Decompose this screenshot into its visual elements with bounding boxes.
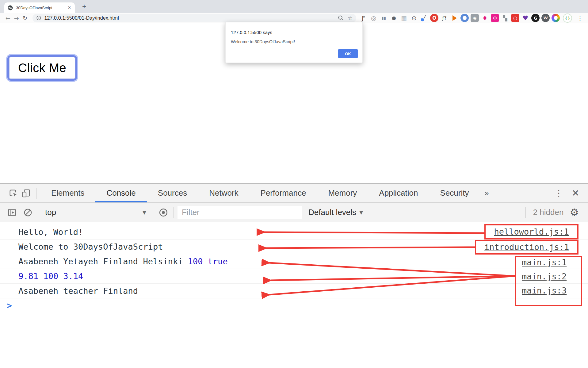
tab-sources[interactable]: Sources — [147, 184, 198, 202]
devtools-close-icon[interactable]: ✕ — [568, 188, 583, 198]
console-prompt-chevron-icon: > — [7, 301, 12, 311]
alert-title: 127.0.0.1:5500 says — [231, 30, 357, 35]
tab-title: 30DaysOfJavaScript — [16, 6, 67, 10]
log-levels-value: Default levels — [308, 208, 356, 217]
target-extension-icon[interactable]: ◎ — [369, 14, 378, 22]
click-me-button-face: Click Me — [9, 57, 75, 79]
divider — [174, 207, 174, 218]
divider — [525, 207, 526, 218]
click-me-label: Click Me — [18, 61, 66, 75]
forward-button[interactable]: → — [12, 15, 21, 21]
console-message-text: Asabeneh Yetayeh Finland Helsinki — [18, 257, 188, 266]
heart-search-extension-icon[interactable]: ♥ — [521, 14, 529, 22]
eyedropper-extension-icon[interactable]: ╱ — [420, 14, 428, 22]
context-selector-value: top — [45, 208, 56, 217]
site-favicon-icon — [7, 5, 13, 11]
profile-avatar[interactable]: { } — [563, 13, 572, 23]
hidden-messages-badge: 2 hidden — [533, 208, 564, 217]
megaphone-extension-icon[interactable] — [450, 14, 459, 22]
more-tabs-icon[interactable]: » — [480, 189, 493, 198]
braces-circle-extension-icon[interactable]: ⊙ — [410, 14, 418, 22]
grid-extension-icon[interactable]: ▦ — [400, 14, 408, 22]
click-me-button[interactable]: Click Me — [6, 54, 78, 82]
divider — [153, 207, 153, 218]
console-toolbar: top ▼ Default levels ▼ 2 hidden ⚙ — [0, 203, 588, 222]
extension-icons-row: Ƒ◎▮▮●▦⊙╱Oƒ?◉♦⚙▚○♥GW — [359, 14, 560, 22]
console-settings-gear-icon[interactable]: ⚙ — [570, 206, 579, 218]
console-source-link[interactable]: helloworld.js:1 — [485, 227, 578, 237]
devtools-tab-bar: Elements Console Sources Network Perform… — [0, 184, 588, 203]
tab-network[interactable]: Network — [198, 184, 249, 202]
page-info-icon[interactable] — [36, 15, 41, 21]
tab-memory[interactable]: Memory — [317, 184, 368, 202]
pink-gear-extension-icon[interactable]: ⚙ — [491, 14, 499, 22]
address-bar[interactable]: 127.0.0.1:5500/01-Day/index.html ☆ — [32, 14, 357, 22]
device-toolbar-icon[interactable] — [20, 189, 32, 198]
tab-close-icon[interactable]: × — [67, 5, 72, 10]
browser-toolbar: ← → ↻ 127.0.0.1:5500/01-Day/index.html ☆… — [0, 13, 588, 23]
browser-tab-strip: 30DaysOfJavaScript × + — [0, 0, 588, 13]
browser-tab[interactable]: 30DaysOfJavaScript × — [4, 2, 75, 13]
console-sidebar-icon[interactable] — [6, 208, 18, 217]
console-prompt[interactable]: > — [0, 298, 588, 313]
new-tab-button[interactable]: + — [80, 2, 89, 11]
browser-menu-icon[interactable]: ⋮ — [576, 14, 584, 22]
context-selector[interactable]: top ▼ — [42, 208, 149, 217]
console-source-link[interactable]: main.js:3 — [522, 286, 567, 296]
blue-ring-extension-icon[interactable] — [460, 14, 469, 22]
back-button[interactable]: ← — [4, 15, 12, 21]
clear-console-icon[interactable] — [21, 208, 34, 217]
alert-dialog: 127.0.0.1:5500 says Welcome to 30DaysOfJ… — [225, 22, 363, 63]
camera-extension-icon[interactable]: ◉ — [471, 14, 479, 22]
red-circle-o-extension-icon[interactable]: O — [430, 14, 438, 22]
divider — [36, 188, 36, 199]
alert-ok-button[interactable]: OK — [338, 49, 358, 58]
console-message-row: 9.81 100 3.14 — [0, 269, 588, 284]
console-message-text: Asabeneh teacher Finland — [18, 286, 138, 296]
console-message-row: Asabeneh teacher Finland — [0, 284, 588, 298]
console-source-link[interactable]: main.js:2 — [522, 272, 567, 282]
console-message-row: Asabeneh Yetayeh Finland Helsinki 100 tr… — [0, 254, 588, 269]
console-message-value: 100 true — [188, 257, 228, 266]
tab-application[interactable]: Application — [368, 184, 429, 202]
console-source-link[interactable]: main.js:1 — [522, 258, 567, 267]
inspect-element-icon[interactable] — [7, 189, 20, 198]
console-filter-input[interactable] — [178, 206, 302, 219]
divider — [38, 207, 38, 218]
devtools-panel: Elements Console Sources Network Perform… — [0, 183, 588, 368]
tab-elements[interactable]: Elements — [40, 184, 95, 202]
font-script-extension-icon[interactable]: Ƒ — [359, 14, 368, 22]
devtools-menu-icon[interactable]: ⋮ — [550, 188, 568, 198]
bug-extension-icon[interactable]: ● — [390, 14, 398, 22]
w-circle-extension-icon[interactable]: W — [541, 14, 550, 22]
chevron-down-icon: ▼ — [143, 209, 146, 215]
pink-star-extension-icon[interactable]: ♦ — [481, 14, 489, 22]
tab-console[interactable]: Console — [95, 184, 147, 202]
chevron-down-icon: ▼ — [359, 209, 363, 215]
g-circle-extension-icon[interactable]: G — [531, 14, 540, 22]
console-message-value: 9.81 100 3.14 — [18, 271, 83, 281]
reader-bars-extension-icon[interactable]: ▮▮ — [380, 14, 388, 22]
console-message-text: Hello, World! — [18, 227, 83, 237]
tab-performance[interactable]: Performance — [250, 184, 317, 202]
browser-window: 30DaysOfJavaScript × + ← → ↻ 127.0.0.1:5… — [0, 0, 588, 368]
bookmark-star-icon[interactable]: ☆ — [348, 15, 353, 21]
function-help-extension-icon[interactable]: ƒ? — [440, 14, 449, 22]
zoom-icon[interactable] — [338, 15, 344, 21]
log-levels-selector[interactable]: Default levels ▼ — [308, 208, 363, 217]
alert-message: Welcome to 30DaysOfJavaScript! — [231, 39, 357, 44]
console-source-link[interactable]: introduction.js:1 — [475, 242, 578, 252]
divider — [546, 188, 546, 199]
url-text: 127.0.0.1:5500/01-Day/index.html — [44, 15, 119, 21]
rainbow-ring-extension-icon[interactable] — [552, 14, 560, 22]
live-expression-eye-icon[interactable] — [157, 207, 170, 218]
blocks-extension-icon[interactable]: ▚ — [501, 14, 509, 22]
tab-security[interactable]: Security — [429, 184, 480, 202]
click-me-button-border: Click Me — [7, 55, 77, 81]
reload-button[interactable]: ↻ — [21, 15, 29, 21]
red-ring-extension-icon[interactable]: ○ — [511, 14, 519, 22]
console-message-text: Welcome to 30DaysOfJavaScript — [18, 242, 163, 251]
